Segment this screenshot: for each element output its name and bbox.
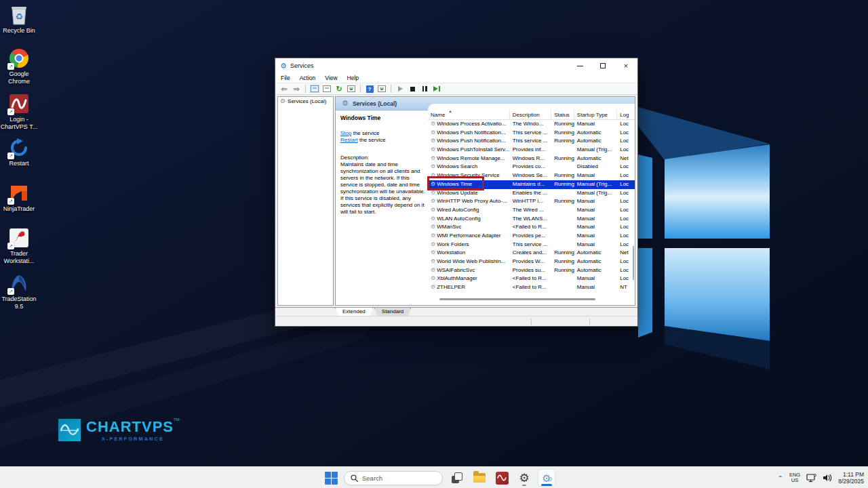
export-button[interactable] xyxy=(347,84,356,94)
vertical-scrollbar[interactable] xyxy=(633,246,635,280)
chartvps-app-button[interactable] xyxy=(494,470,510,486)
running-indicator xyxy=(522,485,526,487)
column-header-name[interactable]: ▲Name xyxy=(428,110,510,119)
stop-service-link[interactable]: Stop xyxy=(340,130,351,136)
extended-view-pane: ⚙ Services (Local) Windows Time Stop the… xyxy=(335,96,635,306)
column-header-log-on-as[interactable]: Log xyxy=(617,110,635,119)
network-icon[interactable] xyxy=(806,474,816,483)
service-startup-cell: Manual (Trig... xyxy=(574,146,617,155)
service-startup-cell: Automatic xyxy=(574,249,617,258)
service-row[interactable]: ⚙WSAIFabricSvcProvides su...RunningAutom… xyxy=(428,266,635,275)
export-list-button[interactable] xyxy=(322,84,332,94)
taskbar-search-input[interactable]: Search xyxy=(344,471,443,485)
service-name-cell: ⚙Windows PushToInstall Serv... xyxy=(428,146,510,155)
service-row[interactable]: ⚙World Wide Web Publishin...Provides W..… xyxy=(428,258,635,266)
service-row[interactable]: ⚙ZTHELPER<Failed to R...ManualNT xyxy=(428,283,635,292)
service-desc-cell: Provides co... xyxy=(510,163,551,171)
maximize-icon xyxy=(600,63,606,68)
settings-button[interactable]: ⚙ xyxy=(516,470,532,486)
column-header-startup-type[interactable]: Startup Type xyxy=(574,110,617,119)
service-name-cell: ⚙World Wide Web Publishin... xyxy=(428,258,510,266)
task-view-button[interactable] xyxy=(449,470,465,486)
service-row[interactable]: ⚙WinHTTP Web Proxy Auto-...WinHTTP i...R… xyxy=(428,197,635,206)
service-name-cell: ⚙Wired AutoConfig xyxy=(428,206,510,215)
service-row[interactable]: ⚙WorkstationCreates and...RunningAutomat… xyxy=(428,249,635,258)
column-header-description[interactable]: Description xyxy=(510,110,551,119)
service-row[interactable]: ⚙WLAN AutoConfigThe WLANS...ManualLoc xyxy=(428,215,635,224)
show-console-tree-button[interactable] xyxy=(310,84,319,94)
stop-service-button[interactable] xyxy=(408,84,417,94)
tree-item-services-local[interactable]: ⚙ Services (Local) xyxy=(280,98,333,104)
desktop-icon-tradestation[interactable]: ↗ TradeStation 9.5 xyxy=(0,272,38,310)
tradestation-icon: ↗ xyxy=(8,272,30,294)
service-name-cell: ⚙Workstation xyxy=(428,249,510,258)
menubar: File Action View Help xyxy=(275,73,637,83)
service-row[interactable]: ⚙XblAuthManager<Failed to R...ManualLoc xyxy=(428,274,635,283)
forward-button[interactable]: ⇒ xyxy=(292,84,301,94)
pause-service-button[interactable] xyxy=(420,84,429,94)
services-taskbar-button[interactable]: ⚙ ⚙ xyxy=(538,470,555,486)
service-row[interactable]: ⚙Wired AutoConfigThe Wired ...ManualLoc xyxy=(428,206,635,215)
service-status-cell: Running xyxy=(551,155,574,163)
service-gear-icon: ⚙ xyxy=(431,249,435,256)
service-row[interactable]: ⚙Windows SearchProvides co...DisabledLoc xyxy=(428,163,635,171)
service-startup-cell: Automatic xyxy=(574,129,617,138)
service-row[interactable]: ⚙Windows Push Notification...This servic… xyxy=(428,129,635,138)
clock[interactable]: 1:11 PM 8/29/2025 xyxy=(838,471,864,485)
hidden-icons-chevron[interactable]: ⌃ xyxy=(778,475,783,481)
menu-view[interactable]: View xyxy=(325,75,337,81)
desktop: ♻ Recycle Bin ↗ Google Chrome ↗ Login - … xyxy=(0,0,868,488)
service-status-cell xyxy=(551,215,574,224)
back-button[interactable]: ⇐ xyxy=(279,84,289,94)
shortcut-arrow-icon: ↗ xyxy=(7,288,14,295)
menu-help[interactable]: Help xyxy=(347,75,359,81)
service-row[interactable]: ⚙Windows Process Activatio...The Windo..… xyxy=(428,120,635,129)
minimize-button[interactable] xyxy=(568,58,591,73)
service-gear-icon: ⚙ xyxy=(431,258,435,264)
language-switcher[interactable]: ENG US xyxy=(789,472,800,483)
desktop-icon-trader-workstation[interactable]: ↗ Trader Workstati... xyxy=(0,227,38,265)
column-header-status[interactable]: Status xyxy=(551,110,574,119)
desktop-icon-restart[interactable]: ↗ Restart xyxy=(0,137,38,167)
service-desc-cell: <Failed to R... xyxy=(510,283,551,292)
properties-button[interactable] xyxy=(377,84,387,94)
service-startup-cell: Manual xyxy=(574,171,617,180)
help-button[interactable]: ? xyxy=(365,84,374,94)
desktop-icon-recycle-bin[interactable]: ♻ Recycle Bin xyxy=(0,4,38,35)
file-explorer-button[interactable] xyxy=(471,470,488,486)
time: 1:11 PM xyxy=(843,471,864,478)
desktop-icon-google-chrome[interactable]: ↗ Google Chrome xyxy=(0,47,38,85)
shortcut-arrow-icon: ↗ xyxy=(7,198,14,205)
desktop-icon-label: TradeStation 9.5 xyxy=(1,296,36,310)
service-gear-icon: ⚙ xyxy=(431,146,435,152)
close-button[interactable]: × xyxy=(614,58,637,73)
service-logon-cell: NT xyxy=(617,283,635,292)
desktop-icon-ninjatrader[interactable]: ↗ NinjaTrader xyxy=(0,182,38,213)
service-row[interactable]: ⚙WManSvc<Failed to R...ManualLoc xyxy=(428,223,635,232)
service-row[interactable]: ⚙Windows Remote Manage...Windows R...Run… xyxy=(428,155,635,163)
refresh-button[interactable]: ↻ xyxy=(334,84,344,94)
desktop-icon-login-chartvps[interactable]: ↗ Login - ChartVPS T... xyxy=(0,93,38,131)
service-row[interactable]: ⚙WMI Performance AdapterProvides pe...Ma… xyxy=(428,232,635,241)
service-status-cell: Running xyxy=(551,171,574,180)
start-button[interactable] xyxy=(325,472,338,485)
menu-file[interactable]: File xyxy=(281,75,290,81)
start-service-button[interactable] xyxy=(395,84,405,94)
restart-service-link[interactable]: Restart xyxy=(340,137,358,143)
restart-service-button[interactable] xyxy=(432,84,441,94)
service-logon-cell: Loc xyxy=(617,120,635,129)
service-logon-cell: Loc xyxy=(617,189,635,198)
service-row[interactable]: ⚙Windows Push Notification...This servic… xyxy=(428,137,635,146)
service-desc-cell: Provides W... xyxy=(510,258,551,266)
window-titlebar[interactable]: ⚙ Services × xyxy=(275,58,637,73)
service-row[interactable]: ⚙Windows PushToInstall Serv...Provides i… xyxy=(428,146,635,155)
menu-action[interactable]: Action xyxy=(300,75,316,81)
volume-icon[interactable] xyxy=(823,474,832,482)
service-logon-cell: Loc xyxy=(617,146,635,155)
service-status-cell: Running xyxy=(551,180,574,189)
service-status-cell xyxy=(551,232,574,241)
horizontal-scrollbar[interactable] xyxy=(439,298,595,300)
service-row[interactable]: ⚙Work FoldersThis service ...ManualLoc xyxy=(428,241,635,249)
service-desc-cell: This service ... xyxy=(510,241,551,249)
maximize-button[interactable] xyxy=(591,58,614,73)
